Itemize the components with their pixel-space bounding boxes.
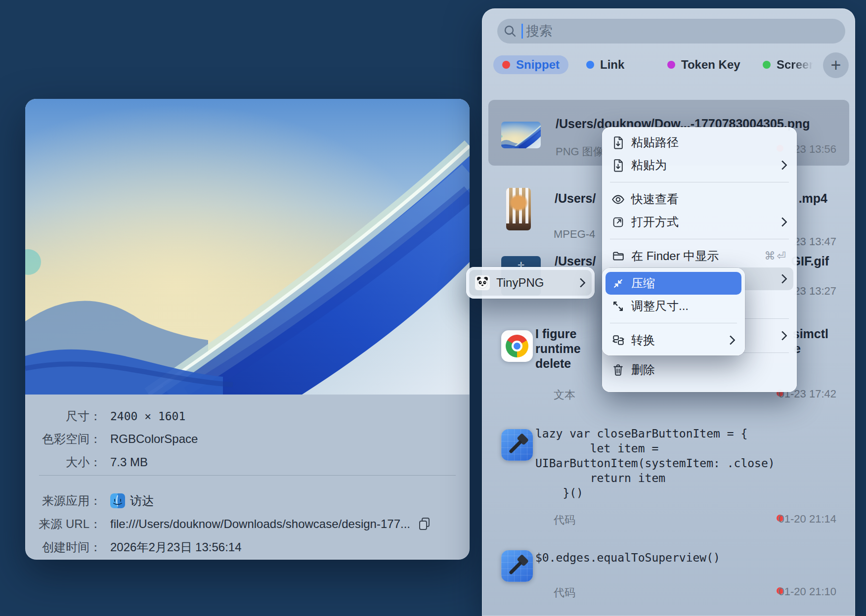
list-item-title[interactable]: /Users/ (555, 254, 596, 268)
meta-size: 大小： 7.3 MB (25, 455, 457, 470)
plus-icon: + (830, 56, 841, 74)
chevron-right-icon (576, 278, 586, 288)
search-bar[interactable] (497, 19, 845, 44)
desktop: 尺寸： 2400 × 1601 色彩空间： RGBColorSpace 大小： … (0, 0, 866, 616)
size-value: 7.3 MB (110, 455, 148, 469)
list-item-text-line[interactable]: I figure (535, 327, 576, 341)
list-item-time: 23 13:27 (794, 285, 836, 298)
list-item-time: 01-20 21:14 (779, 513, 836, 526)
image-thumbnail (501, 122, 541, 148)
compress-submenu: 压缩 调整尺寸... 转换 (602, 268, 745, 355)
menu-item-paste-path[interactable]: 粘贴路径 (606, 131, 793, 154)
filter-chip-label: Screen (777, 58, 816, 72)
filter-chip-token-key[interactable]: Token Key (658, 55, 749, 74)
hammer-glyph (501, 429, 533, 461)
source-app-label: 来源应用： (25, 493, 101, 509)
list-item-subtitle: 代码 (554, 513, 575, 528)
filter-chip-label: Link (600, 58, 624, 72)
doc-arrow-icon (611, 159, 625, 172)
xcode-icon (501, 550, 533, 582)
meta-divider (39, 475, 456, 476)
menu-item-label: 粘贴路径 (631, 134, 679, 150)
dimensions-value: 2400 × 1601 (110, 410, 185, 423)
menu-item-label: 转换 (631, 332, 655, 348)
meta-source-app: 来源应用： 访达 (25, 493, 457, 508)
filter-chip-snippet[interactable]: Snippet (493, 55, 568, 74)
menu-item-show-in-finder[interactable]: 在 Finder 中显示 ⌘⏎ (606, 245, 793, 267)
menu-item-quick-look[interactable]: 快速查看 (606, 188, 793, 211)
menu-item-tinypng[interactable]: TinyPNG (469, 270, 592, 296)
list-item-title-end: .mp4 (799, 191, 827, 206)
meta-source-url: 来源 URL： file:///Users/douknow/Downloads/… (25, 517, 457, 531)
list-item-time: 23 13:47 (794, 235, 836, 248)
list-item-title-end: GIF.gif (791, 254, 829, 268)
chevron-right-icon (778, 331, 787, 341)
chevron-right-icon (778, 274, 787, 284)
meta-created: 创建时间： 2026年2月23日 13:56:14 (25, 540, 457, 555)
menu-item-label: TinyPNG (496, 276, 544, 290)
source-app-value: 访达 (130, 493, 154, 509)
menu-item-label: 删除 (631, 362, 655, 378)
code-snippet[interactable]: $0.edges.equalToSuperview() (535, 550, 720, 565)
source-url-value: file:///Users/douknow/Downloads/showcase… (110, 517, 410, 531)
finder-icon (110, 493, 125, 508)
menu-divider (610, 182, 789, 182)
shortcut-hint: ⌘⏎ (765, 250, 787, 263)
filter-chip-label: Token Key (681, 58, 740, 72)
list-item-time: 01-20 21:10 (779, 585, 836, 598)
list-item-text-line: runtime (535, 342, 581, 356)
screen-dot-icon (763, 61, 771, 69)
resize-arrows-icon (611, 300, 625, 313)
filter-chip-label: Snippet (516, 58, 560, 72)
menu-item-convert[interactable]: 转换 (606, 329, 741, 352)
list-item-text-line: delete (535, 356, 571, 371)
search-icon (504, 25, 517, 38)
source-url-label: 来源 URL： (25, 516, 101, 532)
chrome-icon (501, 330, 533, 362)
menu-item-label: 粘贴为 (631, 157, 667, 173)
menu-item-open-with[interactable]: 打开方式 (606, 211, 793, 233)
link-dot-icon (586, 61, 594, 69)
folder-icon (611, 250, 625, 263)
xcode-icon (501, 429, 533, 461)
dimensions-label: 尺寸： (25, 408, 101, 424)
menu-item-label: 打开方式 (631, 214, 679, 230)
created-label: 创建时间： (25, 539, 101, 555)
snippet-dot-icon (502, 61, 510, 69)
chevron-right-icon (778, 160, 787, 170)
chevron-right-icon (726, 335, 736, 345)
filter-chip-screen[interactable]: Screen (754, 55, 825, 74)
size-label: 大小： (25, 454, 101, 470)
menu-item-label: 快速查看 (631, 191, 679, 207)
open-external-icon (611, 216, 625, 229)
list-item-text-line-end: simctl (793, 327, 828, 341)
video-thumbnail (506, 188, 531, 230)
filter-chip-link[interactable]: Link (577, 55, 633, 74)
created-value: 2026年2月23日 13:56:14 (110, 539, 242, 555)
copy-icon[interactable] (418, 517, 431, 531)
menu-item-delete[interactable]: 删除 (606, 358, 793, 381)
convert-icon (611, 334, 625, 347)
menu-divider (610, 323, 737, 323)
preview-image (25, 99, 470, 395)
menu-divider (610, 239, 789, 239)
add-filter-button[interactable]: + (823, 52, 849, 78)
eye-icon (611, 193, 625, 206)
list-item-subtitle: 文本 (554, 388, 575, 402)
menu-item-label: 压缩 (631, 275, 655, 291)
colorspace-label: 色彩空间： (25, 431, 101, 447)
menu-item-compress[interactable]: 压缩 (606, 272, 741, 295)
meta-colorspace: 色彩空间： RGBColorSpace (25, 432, 457, 446)
search-input[interactable] (523, 19, 845, 44)
tinypng-submenu: TinyPNG (466, 267, 595, 299)
list-item-title[interactable]: /Users/ (555, 191, 596, 206)
menu-item-resize[interactable]: 调整尺寸... (606, 295, 741, 317)
chevron-right-icon (778, 217, 787, 227)
meta-dimensions: 尺寸： 2400 × 1601 (25, 409, 457, 424)
list-item-subtitle: MPEG-4 (554, 228, 595, 241)
preview-card: 尺寸： 2400 × 1601 色彩空间： RGBColorSpace 大小： … (25, 99, 470, 560)
list-item-time: 23 13:56 (794, 143, 836, 156)
compress-arrows-icon (611, 277, 625, 290)
menu-item-paste-as[interactable]: 粘贴为 (606, 154, 793, 176)
code-snippet[interactable]: lazy var closeBarButtonItem = { let item… (535, 426, 775, 500)
